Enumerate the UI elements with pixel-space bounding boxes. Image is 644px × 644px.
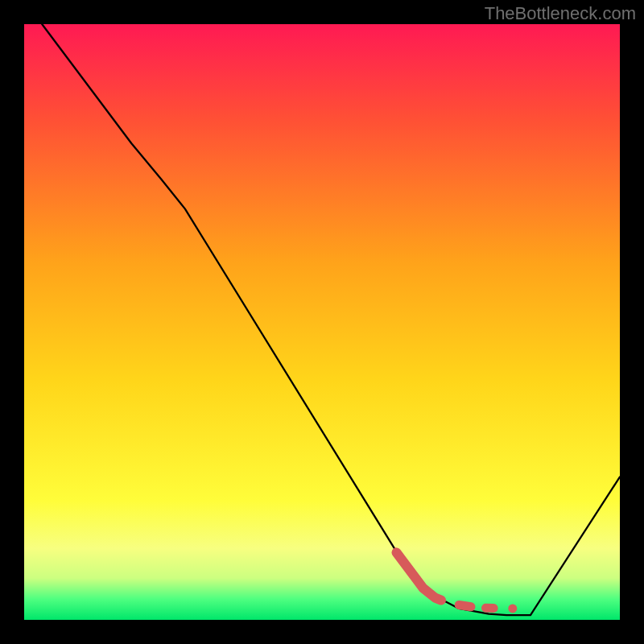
bottleneck-chart (0, 0, 644, 644)
chart-container: TheBottleneck.com (0, 0, 644, 644)
plot-background (24, 24, 620, 620)
highlight-dot (508, 604, 517, 613)
highlight-dash-0 (459, 605, 471, 607)
